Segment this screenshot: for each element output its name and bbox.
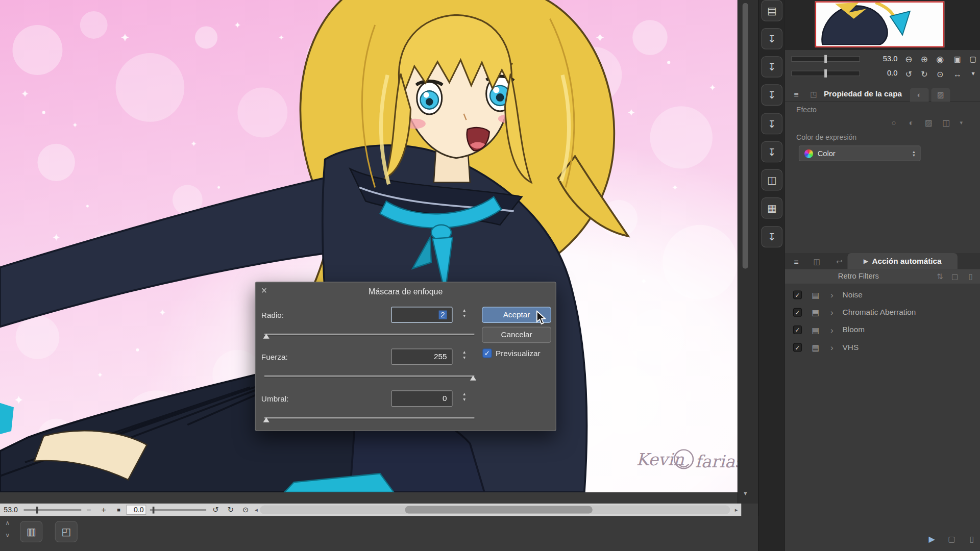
timeline-toggle-button[interactable]: ▥ (20, 521, 42, 542)
material-download-button-3[interactable]: ↧ (761, 84, 782, 106)
fit-to-screen-icon[interactable]: ▢ (966, 53, 980, 65)
radius-input[interactable]: 2 (391, 307, 453, 323)
threshold-input[interactable]: 0 (391, 390, 453, 407)
effect-tone-icon[interactable]: ◐ (904, 116, 919, 129)
effect-extract-icon[interactable]: ▨ (921, 116, 936, 129)
action-row-chromatic-aberration[interactable]: ✓ ▤ › Chromatic Aberration (785, 304, 980, 321)
play-action-button[interactable]: ▶ (924, 532, 940, 545)
rotation-slider[interactable] (791, 70, 860, 76)
effect-more-icon[interactable]: ▾ (956, 116, 966, 129)
action-checkbox[interactable]: ✓ (793, 325, 802, 334)
rotate-right-icon[interactable]: ↻ (917, 67, 932, 80)
action-expand-icon[interactable]: › (827, 342, 836, 353)
action-row-vhs[interactable]: ✓ ▤ › VHS (785, 339, 980, 356)
rotation-slider-handle[interactable] (824, 69, 827, 78)
action-set-row[interactable]: Retro Filters ⇅ ▢ ▯ (785, 269, 980, 284)
strength-input[interactable]: 255 (391, 348, 453, 365)
navigator-thumbnail[interactable] (815, 1, 944, 47)
subview-toggle-button[interactable]: ◰ (55, 521, 78, 542)
effect-border-icon[interactable]: ○ (886, 116, 901, 129)
status-zoom-slider[interactable] (24, 509, 82, 511)
action-checkbox[interactable]: ✓ (793, 343, 802, 352)
vertical-scroll-thumb[interactable] (743, 3, 748, 268)
status-rotation-field[interactable]: 0.0 (126, 505, 146, 515)
threshold-stepper[interactable]: ▴▾ (463, 392, 465, 402)
radius-slider-handle[interactable] (263, 334, 270, 339)
zoom-out-icon[interactable]: ⊖ (901, 53, 916, 65)
status-rotation-slider[interactable] (150, 509, 206, 511)
action-label[interactable]: VHS (843, 343, 859, 352)
action-checkbox[interactable]: ✓ (793, 308, 802, 317)
action-label[interactable]: Bloom (843, 325, 865, 334)
scroll-down-arrow-icon[interactable]: ▾ (744, 490, 747, 496)
zoom-minus-button[interactable]: − (84, 506, 94, 514)
zoom-slider-handle[interactable] (824, 55, 827, 63)
material-panel-button[interactable]: ◫ (761, 169, 782, 191)
radius-slider[interactable] (264, 332, 474, 340)
action-label[interactable]: Noise (843, 290, 863, 299)
effect-layercolor-icon[interactable]: ◫ (939, 116, 953, 129)
material-import-button[interactable]: ▤ (761, 0, 782, 21)
fit-to-area-icon[interactable]: ▣ (950, 53, 965, 65)
layer-property-alt-tab-2[interactable]: ▨ (931, 88, 950, 102)
inactive-tab-layers-icon[interactable]: ◫ (810, 256, 824, 267)
dialog-title: Máscara de enfoque (256, 287, 556, 296)
material-grid-button[interactable]: ▦ (761, 197, 782, 219)
preview-checkbox-row[interactable]: ✓ Previsualizar (482, 348, 540, 358)
canvas-horizontal-scrollbar[interactable] (260, 506, 730, 514)
rotate-left-icon[interactable]: ↺ (901, 67, 916, 80)
delete-action-button[interactable]: ▯ (964, 532, 980, 545)
action-set-sort-icon[interactable]: ⇅ (934, 272, 946, 282)
action-row-noise[interactable]: ✓ ▤ › Noise (785, 286, 980, 304)
threshold-slider-handle[interactable] (263, 417, 270, 422)
layer-property-alt-tab-1[interactable]: ◐ (910, 88, 929, 102)
inactive-tab-history-icon[interactable]: ↩ (832, 256, 846, 267)
action-expand-icon[interactable]: › (827, 307, 836, 317)
collapse-down-icon[interactable]: ∨ (3, 531, 12, 540)
radius-stepper[interactable]: ▴▾ (463, 308, 465, 318)
material-download-button-2[interactable]: ↧ (761, 56, 782, 78)
hscroll-left-arrow[interactable]: ◂ (253, 506, 260, 514)
material-download-button-5[interactable]: ↧ (761, 141, 782, 163)
layer-property-menu-icon[interactable]: ≡ (790, 89, 802, 100)
auto-action-menu-icon[interactable]: ≡ (790, 256, 802, 267)
status-rotate-left-icon[interactable]: ↺ (210, 506, 221, 514)
material-download-button-4[interactable]: ↧ (761, 113, 782, 135)
new-action-button[interactable]: ▢ (944, 532, 960, 545)
collapse-up-icon[interactable]: ∧ (3, 518, 12, 527)
action-checkbox[interactable]: ✓ (793, 290, 802, 299)
status-reset-rotation-icon[interactable]: ⊙ (240, 506, 251, 514)
threshold-slider[interactable] (264, 416, 474, 424)
tab-auto-action[interactable]: ▶ Acción automática (847, 253, 958, 269)
action-label[interactable]: Chromatic Aberration (843, 308, 916, 317)
action-row-bloom[interactable]: ✓ ▤ › Bloom (785, 321, 980, 338)
status-rotate-right-icon[interactable]: ↻ (225, 506, 236, 514)
expression-color-dropdown[interactable]: Color ▴▾ (799, 145, 921, 161)
horizontal-scroll-thumb[interactable] (405, 506, 592, 514)
material-download-button-6[interactable]: ↧ (761, 226, 782, 247)
new-action-set-icon[interactable]: ▢ (949, 272, 961, 282)
delete-action-set-icon[interactable]: ▯ (964, 272, 976, 282)
flip-horizontal-icon[interactable]: ↔ (950, 67, 965, 80)
zoom-in-icon[interactable]: ⊕ (917, 53, 932, 65)
status-rotation-handle[interactable] (153, 507, 155, 513)
strength-slider-handle[interactable] (470, 375, 476, 381)
hscroll-right-arrow[interactable]: ▸ (732, 506, 740, 514)
reset-rotation-icon[interactable]: ⊙ (933, 67, 947, 80)
zoom-stop-button[interactable]: ■ (114, 506, 124, 514)
dropdown-spinner-icon: ▴▾ (913, 149, 915, 157)
status-zoom-handle[interactable] (36, 507, 38, 513)
strength-stepper[interactable]: ▴▾ (463, 350, 465, 360)
dialog-close-icon[interactable]: × (261, 285, 267, 296)
preview-checkbox[interactable]: ✓ (482, 348, 492, 358)
material-download-button-1[interactable]: ↧ (761, 28, 782, 49)
strength-slider[interactable] (264, 374, 474, 382)
action-expand-icon[interactable]: › (827, 290, 836, 300)
cancel-button[interactable]: Cancelar (482, 327, 551, 343)
action-expand-icon[interactable]: › (827, 325, 836, 335)
zoom-plus-button[interactable]: + (99, 506, 109, 514)
zoom-slider[interactable] (791, 56, 860, 62)
canvas-vertical-scrollbar[interactable]: ▾ (738, 0, 758, 504)
navigator-more-icon[interactable]: ▾ (968, 67, 979, 80)
actual-size-icon[interactable]: ◉ (933, 53, 947, 65)
